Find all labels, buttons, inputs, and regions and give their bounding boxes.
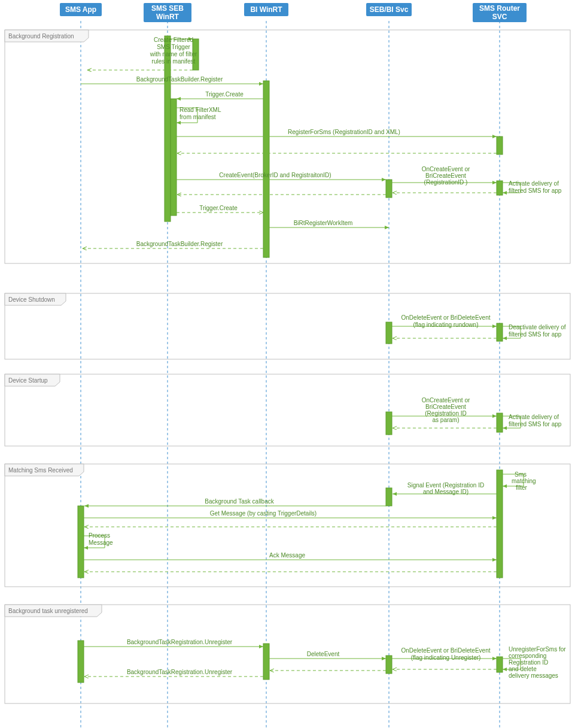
svg-rect-106 (263, 644, 269, 680)
svg-text:UnregisterForSms for: UnregisterForSms for (509, 646, 566, 653)
frame-matching-sms-received: Matching Sms Received Sms matching filte… (5, 464, 570, 587)
svg-rect-107 (386, 656, 392, 674)
svg-text:filtered SMS for app: filtered SMS for app (509, 187, 562, 194)
svg-rect-83 (497, 470, 503, 578)
svg-text:matching: matching (512, 478, 536, 484)
frame-background-registration: Background Registration Create Filtered … (5, 30, 570, 263)
svg-text:and Message ID): and Message ID) (423, 489, 468, 495)
svg-rect-67 (5, 374, 570, 446)
svg-rect-85 (78, 506, 84, 578)
svg-text:Trigger.Create: Trigger.Create (205, 91, 244, 98)
participant-seb-bi-svc: SEB/BI Svc (366, 3, 412, 16)
svg-text:filtered SMS for app: filtered SMS for app (509, 331, 562, 338)
svg-text:corresponding: corresponding (509, 653, 546, 659)
svg-text:Device Shutdown: Device Shutdown (8, 296, 55, 303)
svg-text:Device Startup: Device Startup (8, 377, 48, 384)
svg-text:Deactivate delivery of: Deactivate delivery of (509, 324, 566, 330)
svg-text:Background Registration: Background Registration (8, 33, 74, 40)
svg-rect-102 (5, 605, 570, 703)
svg-text:Message: Message (89, 539, 113, 546)
frame-device-startup: Device Startup OnCreateEvent or BriCreat… (5, 374, 570, 446)
svg-rect-84 (386, 488, 392, 506)
svg-text:with name of filter: with name of filter (150, 51, 197, 57)
svg-text:(RegistrationID ): (RegistrationID ) (424, 179, 468, 186)
frame-background-task-unregistered: Background task unregistered BackgroundT… (5, 605, 570, 703)
participant-sms-router-svc: SMS Router SVC (473, 3, 527, 22)
svg-text:(Registration ID: (Registration ID (425, 410, 466, 417)
svg-text:filtered SMS for app: filtered SMS for app (509, 421, 562, 427)
svg-rect-105 (78, 641, 84, 682)
svg-text:SEB/BI Svc: SEB/BI Svc (370, 5, 409, 14)
svg-text:DeleteEvent: DeleteEvent (307, 651, 340, 657)
svg-text:Process: Process (89, 532, 110, 539)
svg-text:BackgroundTaskRegistration.Unr: BackgroundTaskRegistration.Unregister (127, 669, 233, 675)
svg-text:BriCreateEvent: BriCreateEvent (425, 404, 466, 410)
svg-rect-108 (497, 657, 503, 672)
svg-text:Get Message (by casting Trigge: Get Message (by casting TriggerDetails) (210, 510, 317, 517)
participant-bi-winrt: BI WinRT (244, 3, 288, 16)
svg-text:RegisterForSms (RegistrationID: RegisterForSms (RegistrationID and XML) (288, 129, 400, 135)
svg-rect-24 (386, 180, 392, 198)
svg-rect-25 (497, 136, 503, 154)
svg-text:Background Task callback: Background Task callback (205, 498, 274, 505)
svg-text:Activate delivery of: Activate delivery of (509, 180, 559, 187)
svg-text:from manifest: from manifest (180, 114, 216, 120)
svg-text:Background task unregistered: Background task unregistered (8, 608, 88, 614)
svg-rect-26 (497, 181, 503, 195)
svg-rect-60 (497, 323, 503, 341)
svg-text:(flag indicating rundown): (flag indicating rundown) (413, 321, 479, 328)
participant-sms-app: SMS App (60, 3, 102, 16)
svg-text:Create Filtered: Create Filtered (154, 37, 193, 43)
svg-rect-70 (386, 412, 392, 435)
svg-text:BackgroundTaskBuilder.Register: BackgroundTaskBuilder.Register (136, 241, 223, 247)
svg-text:rules in manifest: rules in manifest (152, 58, 196, 65)
svg-text:Signal Event (Registration ID: Signal Event (Registration ID (407, 482, 484, 489)
svg-text:and delete: and delete (509, 666, 537, 672)
svg-text:Activate delivery of: Activate delivery of (509, 414, 559, 420)
svg-text:Matching Sms Received: Matching Sms Received (8, 467, 73, 474)
svg-rect-17 (5, 30, 570, 263)
participant-sms-seb-winrt: SMS SEB WinRT (144, 3, 191, 22)
svg-rect-21 (171, 99, 177, 216)
svg-rect-80 (5, 464, 570, 587)
svg-text:Registration ID: Registration ID (509, 659, 548, 666)
svg-text:Ack Message: Ack Message (269, 552, 305, 559)
svg-text:Sms: Sms (515, 471, 527, 478)
svg-text:OnDeleteEvent or BriDeleteEven: OnDeleteEvent or BriDeleteEvent (401, 647, 491, 654)
svg-text:BackgroundTaskBuilder.Register: BackgroundTaskBuilder.Register (136, 76, 223, 83)
svg-text:SVC: SVC (492, 13, 507, 21)
svg-text:SMS Trigger: SMS Trigger (157, 44, 190, 50)
svg-text:OnDeleteEvent or BriDeleteEven: OnDeleteEvent or BriDeleteEvent (401, 314, 491, 321)
svg-text:BackgroundTaskRegistration.Unr: BackgroundTaskRegistration.Unregister (127, 639, 233, 645)
svg-text:BI WinRT: BI WinRT (250, 5, 282, 14)
frame-device-shutdown: Device Shutdown OnDeleteEvent or BriDele… (5, 293, 570, 359)
svg-text:BiRtRegisterWorkItem: BiRtRegisterWorkItem (294, 220, 353, 226)
sequence-diagram: SMS App SMS SEB WinRT BI WinRT SEB/BI Sv… (0, 0, 575, 728)
svg-text:CreateEvent(BrokerID and Regis: CreateEvent(BrokerID and RegistraitonID) (219, 172, 331, 178)
svg-text:(flag indicating Unregister): (flag indicating Unregister) (411, 654, 481, 661)
svg-text:SMS Router: SMS Router (479, 4, 520, 13)
svg-rect-71 (497, 413, 503, 432)
svg-text:as param): as param) (432, 417, 459, 423)
svg-text:Read FilterXML: Read FilterXML (180, 107, 221, 113)
svg-text:OnCreateEvent or: OnCreateEvent or (422, 397, 470, 404)
svg-text:Trigger.Create: Trigger.Create (199, 205, 238, 211)
svg-text:delivery messages: delivery messages (509, 672, 558, 679)
svg-text:SMS App: SMS App (65, 5, 96, 14)
svg-text:BriCreateEvent: BriCreateEvent (425, 172, 466, 179)
svg-rect-23 (263, 81, 269, 257)
svg-text:OnCreateEvent or: OnCreateEvent or (422, 166, 470, 172)
svg-text:filter: filter (516, 484, 528, 491)
svg-rect-59 (386, 322, 392, 344)
svg-text:SMS SEB: SMS SEB (151, 4, 184, 13)
svg-text:WinRT: WinRT (156, 13, 180, 21)
